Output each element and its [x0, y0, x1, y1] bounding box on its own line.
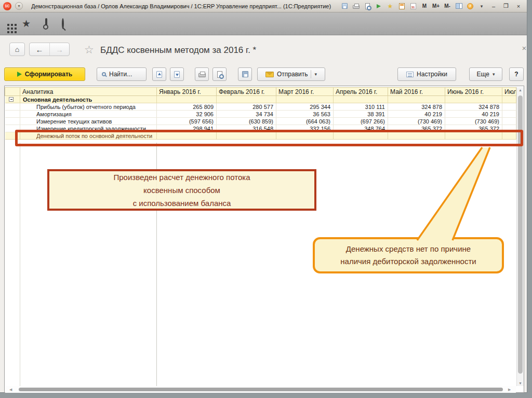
window-title: Демонстрационная база / Орлов Александр … [31, 3, 340, 9]
scroll-left-icon[interactable]: ◀ [9, 388, 12, 392]
more-label: Еще [477, 71, 489, 78]
column-header[interactable]: Январь 2016 г. [157, 88, 217, 96]
value-cell[interactable]: (730 469) [388, 118, 445, 125]
value-cell[interactable]: 40 219 [445, 111, 502, 118]
scroll-down-icon[interactable]: ▼ [517, 381, 524, 385]
callout-cash-note: Денежных средств нет по причине наличия … [313, 237, 504, 273]
calendar-day: 31 [410, 3, 416, 9]
memory-m-minus-button[interactable]: M- [443, 2, 452, 10]
row-label-cell[interactable]: Прибыль (убыток) отчетного периода [20, 103, 157, 111]
save-icon[interactable] [340, 2, 349, 10]
collapse-groups-button[interactable] [170, 67, 184, 81]
favorites-panel-icon[interactable]: ★ [22, 19, 31, 29]
memory-m-button[interactable]: M [420, 2, 429, 10]
maximize-button[interactable]: ❐ [501, 2, 511, 10]
table-row: Амортизация 32 906 34 734 36 563 38 391 … [5, 111, 516, 118]
more-button[interactable]: Еще ▾ [469, 67, 502, 81]
value-cell[interactable]: (697 266) [334, 118, 388, 125]
value-cell[interactable] [502, 118, 516, 125]
split-window-icon[interactable] [454, 2, 463, 10]
info-circle-icon: i [467, 3, 473, 9]
calendar-icon[interactable]: 31 [408, 2, 418, 10]
tree-cell [5, 118, 20, 125]
expand-groups-button[interactable] [152, 67, 166, 81]
save-report-button[interactable] [238, 67, 252, 81]
value-cell[interactable]: 265 809 [157, 103, 217, 111]
value-cell[interactable] [276, 96, 334, 103]
value-cell[interactable]: 295 344 [276, 103, 334, 111]
row-label-cell[interactable]: Измерение текущих активов [20, 118, 157, 125]
settings-button[interactable]: Настройки [397, 67, 456, 81]
favorites-icon[interactable]: ★ [385, 2, 395, 10]
value-cell[interactable]: 324 878 [388, 103, 445, 111]
value-cell[interactable] [502, 111, 516, 118]
value-cell[interactable] [502, 96, 516, 103]
value-cell[interactable]: 324 878 [445, 103, 502, 111]
search-icon[interactable] [62, 19, 64, 29]
print-preview-button[interactable] [212, 67, 227, 81]
print-preview-icon[interactable] [363, 2, 372, 10]
row-label-cell[interactable]: Основная деятельность [20, 96, 157, 103]
column-header[interactable]: Февраль 2016 г. [217, 88, 276, 96]
value-cell[interactable]: 310 111 [334, 103, 388, 111]
value-cell[interactable] [445, 96, 502, 103]
table-row: Измерение текущих активов (597 656) (630… [5, 118, 516, 125]
send-button[interactable]: Отправить ▾ [257, 67, 325, 81]
scroll-right-icon[interactable]: ▶ [508, 388, 511, 392]
find-label: Найти... [109, 71, 132, 78]
value-cell[interactable]: (630 859) [217, 118, 276, 125]
value-cell[interactable]: 38 391 [334, 111, 388, 118]
value-cell[interactable] [502, 103, 516, 111]
value-cell[interactable] [217, 96, 276, 103]
print-icon[interactable] [351, 2, 361, 10]
history-icon[interactable] [45, 19, 47, 29]
print-button[interactable] [195, 67, 209, 81]
settings-label: Настройки [417, 71, 447, 78]
horizontal-scrollbar-thumb[interactable] [19, 388, 503, 391]
value-cell[interactable] [334, 96, 388, 103]
back-button[interactable]: ← [30, 43, 49, 56]
info-dropdown-icon[interactable]: ▾ [477, 2, 486, 10]
find-button[interactable]: Найти... [97, 67, 147, 81]
table-row: Прибыль (убыток) отчетного периода 265 8… [5, 103, 516, 111]
table-header-row: Аналитика Январь 2016 г. Февраль 2016 г.… [5, 88, 516, 96]
column-header[interactable]: Май 2016 г. [388, 88, 445, 96]
value-cell[interactable]: (597 656) [157, 118, 217, 125]
value-cell[interactable]: 36 563 [276, 111, 334, 118]
callout-line: Денежных средств нет по причине [315, 243, 502, 255]
help-button[interactable]: ? [509, 67, 524, 81]
app-window: 1С ▾ Демонстрационная база / Орлов Алекс… [0, 0, 527, 393]
tree-cell [5, 111, 20, 118]
value-cell[interactable]: (664 063) [276, 118, 334, 125]
info-icon[interactable]: i [466, 2, 475, 10]
calculator-icon[interactable] [397, 2, 406, 10]
favorite-star-icon[interactable]: ☆ [84, 44, 94, 56]
value-cell[interactable]: 40 219 [388, 111, 445, 118]
value-cell[interactable] [388, 96, 445, 103]
column-header[interactable]: Апрель 2016 г. [334, 88, 388, 96]
scroll-up-icon[interactable]: ▲ [517, 88, 524, 92]
send-dropdown-icon[interactable]: ▾ [314, 72, 317, 77]
value-cell[interactable]: 280 577 [217, 103, 276, 111]
memory-m-plus-button[interactable]: M+ [431, 2, 441, 10]
value-cell[interactable]: 32 906 [157, 111, 217, 118]
generate-button[interactable]: Сформировать [4, 67, 85, 81]
value-cell[interactable]: (730 469) [445, 118, 502, 125]
row-label-cell[interactable]: Амортизация [20, 111, 157, 118]
main-menu-icon[interactable]: ▾ [15, 2, 23, 10]
column-header[interactable]: Июл [502, 88, 516, 96]
minimize-button[interactable]: – [488, 2, 499, 10]
horizontal-scrollbar[interactable]: ◀ ▶ [5, 386, 516, 393]
value-cell[interactable]: 34 734 [217, 111, 276, 118]
column-header[interactable]: Июнь 2016 г. [445, 88, 502, 96]
close-tab-icon[interactable]: × [520, 44, 528, 52]
value-cell[interactable] [157, 96, 217, 103]
home-button[interactable]: ⌂ [9, 43, 25, 56]
nav-history-buttons: ← → [29, 43, 70, 56]
column-header[interactable]: Март 2016 г. [276, 88, 334, 96]
add-favorite-icon[interactable] [374, 2, 383, 10]
collapse-expander-icon[interactable] [9, 97, 14, 102]
column-header[interactable]: Аналитика [20, 88, 157, 96]
close-window-button[interactable]: × [513, 2, 524, 10]
forward-button[interactable]: → [49, 43, 69, 56]
